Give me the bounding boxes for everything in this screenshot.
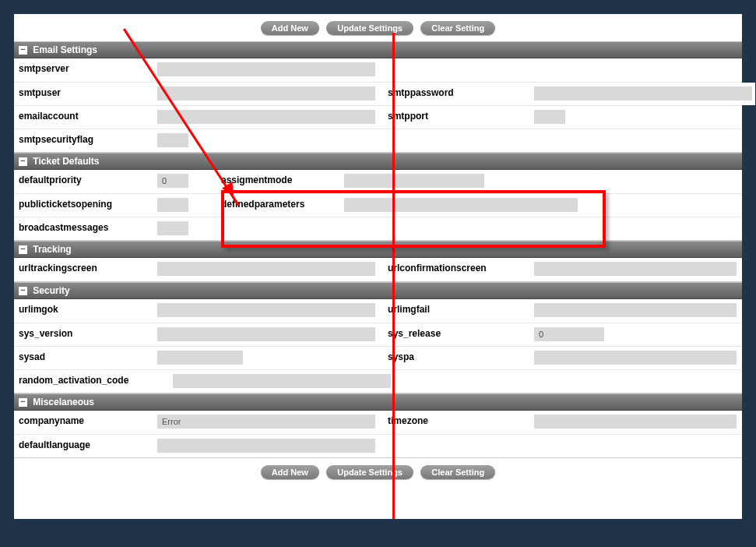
label-urlimgfail: urlimgfail bbox=[383, 299, 531, 323]
input-smtpuser[interactable] bbox=[157, 86, 375, 101]
label-timezone: timezone bbox=[383, 411, 531, 434]
top-button-bar: Add New Update Settings Clear Setting bbox=[14, 14, 742, 41]
update-settings-button-bottom[interactable]: Update Settings bbox=[326, 465, 413, 479]
section-body-misc: companyname timezone defaultlanguage bbox=[14, 411, 742, 458]
section-header-security[interactable]: − Security bbox=[14, 282, 742, 299]
label-smtpport: smtpport bbox=[383, 106, 531, 129]
section-title: Email Settings bbox=[33, 44, 97, 55]
label-emailaccount: emailaccount bbox=[14, 106, 154, 129]
input-defaultlanguage[interactable] bbox=[157, 439, 375, 453]
label-smtpuser: smtpuser bbox=[14, 83, 154, 105]
section-header-misc[interactable]: − Miscelaneous bbox=[14, 393, 742, 411]
section-header-email[interactable]: − Email Settings bbox=[14, 41, 742, 58]
label-smtpsecurityflag: smtpsecurityflag bbox=[14, 129, 154, 152]
input-urlimgfail[interactable] bbox=[534, 303, 737, 317]
section-header-tracking[interactable]: − Tracking bbox=[14, 241, 742, 258]
section-body-email: smtpserver smtpuser smtppassword emailac… bbox=[14, 58, 742, 153]
label-syspa: syspa bbox=[383, 347, 531, 369]
input-sysad[interactable] bbox=[157, 351, 243, 365]
input-broadcastmessages[interactable] bbox=[157, 221, 188, 235]
input-urltrackingscreen[interactable] bbox=[157, 262, 375, 276]
label-sys_release: sys_release bbox=[383, 323, 531, 346]
input-timezone[interactable] bbox=[534, 415, 737, 429]
input-smtpserver[interactable] bbox=[157, 62, 375, 76]
collapse-icon: − bbox=[19, 287, 27, 295]
label-companyname: companyname bbox=[14, 411, 154, 434]
label-smtppassword: smtppassword bbox=[383, 83, 531, 105]
clear-setting-button[interactable]: Clear Setting bbox=[420, 21, 495, 35]
label-publicticketsopening: publicticketsopening bbox=[14, 194, 154, 217]
input-defaultpriority[interactable] bbox=[157, 174, 188, 188]
label-urltrackingscreen: urltrackingscreen bbox=[14, 258, 154, 281]
input-publicticketsopening[interactable] bbox=[157, 198, 188, 212]
collapse-icon: − bbox=[19, 157, 27, 166]
label-assigmentmode: assigmentmode bbox=[216, 170, 341, 193]
section-body-security: urlimgok urlimgfail sys_version sys_rele… bbox=[14, 299, 742, 393]
label-random_activation_code: random_activation_code bbox=[14, 370, 170, 393]
label-defaultpriority: defaultpriority bbox=[14, 170, 154, 193]
add-new-button[interactable]: Add New bbox=[261, 21, 319, 35]
settings-page: Add New Update Settings Clear Setting − … bbox=[14, 14, 742, 519]
section-header-ticket[interactable]: − Ticket Defaults bbox=[14, 153, 742, 170]
input-urlimgok[interactable] bbox=[157, 303, 375, 317]
add-new-button-bottom[interactable]: Add New bbox=[261, 465, 319, 479]
update-settings-button[interactable]: Update Settings bbox=[326, 21, 413, 35]
label-defaultlanguage: defaultlanguage bbox=[14, 435, 154, 457]
input-smtpsecurityflag[interactable] bbox=[157, 133, 188, 147]
bottom-button-bar: Add New Update Settings Clear Setting bbox=[14, 458, 742, 485]
section-title: Security bbox=[33, 285, 69, 296]
input-syspa[interactable] bbox=[534, 351, 737, 365]
input-sys_version[interactable] bbox=[157, 327, 375, 341]
input-random_activation_code[interactable] bbox=[173, 374, 391, 388]
label-sysad: sysad bbox=[14, 347, 154, 369]
section-title: Ticket Defaults bbox=[33, 156, 99, 167]
label-definedparameters: definedparameters bbox=[216, 194, 341, 217]
input-urlconfirmationscreen[interactable] bbox=[534, 262, 737, 276]
collapse-icon: − bbox=[19, 245, 27, 254]
label-urlconfirmationscreen: urlconfirmationscreen bbox=[383, 258, 531, 281]
collapse-icon: − bbox=[19, 398, 27, 407]
collapse-icon: − bbox=[19, 46, 27, 55]
label-broadcastmessages: broadcastmessages bbox=[14, 217, 154, 240]
input-smtppassword[interactable] bbox=[534, 86, 752, 101]
input-definedparameters[interactable] bbox=[344, 198, 578, 212]
clear-setting-button-bottom[interactable]: Clear Setting bbox=[420, 465, 495, 479]
input-sys_release[interactable] bbox=[534, 327, 604, 341]
label-urlimgok: urlimgok bbox=[14, 299, 154, 323]
label-smtpserver: smtpserver bbox=[14, 58, 154, 82]
label-sys_version: sys_version bbox=[14, 323, 154, 346]
input-assigmentmode[interactable] bbox=[344, 174, 484, 188]
input-companyname[interactable] bbox=[157, 415, 375, 429]
input-emailaccount[interactable] bbox=[157, 110, 375, 124]
section-body-tracking: urltrackingscreen urlconfirmationscreen bbox=[14, 258, 742, 282]
section-body-ticket: defaultpriority assigmentmode publictick… bbox=[14, 170, 742, 241]
input-smtpport[interactable] bbox=[534, 110, 565, 124]
section-title: Tracking bbox=[33, 244, 71, 255]
section-title: Miscelaneous bbox=[33, 397, 94, 408]
